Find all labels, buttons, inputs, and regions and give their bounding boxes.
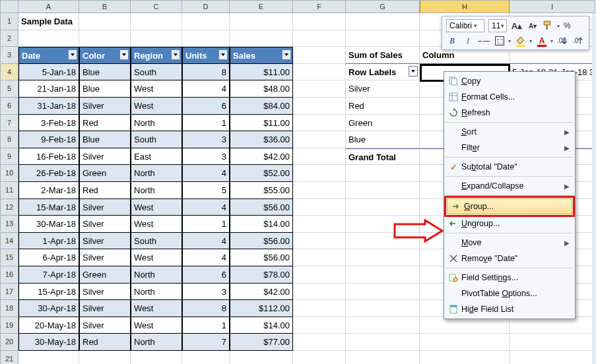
cell[interactable] [293,165,346,182]
table-cell[interactable]: $77.00 [230,334,293,351]
cell[interactable] [420,334,510,351]
table-cell[interactable]: West [131,80,182,98]
font-color-icon[interactable]: A [536,35,548,47]
pivot-row-labels[interactable]: Row Labels [346,64,420,81]
table-cell[interactable]: 4 [182,165,230,182]
cell[interactable] [293,216,346,233]
menu-hide-field-list[interactable]: Hide Field List [444,301,575,317]
table-cell[interactable]: 21-Jan-18 [18,80,79,98]
filter-dropdown-icon[interactable] [282,49,291,60]
table-cell[interactable]: 1 [182,115,230,132]
cell[interactable] [293,131,346,148]
table-cell[interactable]: West [131,300,182,317]
cell[interactable] [230,351,293,364]
cell[interactable] [18,351,79,364]
cell[interactable] [230,30,293,47]
cell[interactable] [79,351,131,364]
table-cell[interactable]: East [131,148,182,166]
table-cell[interactable]: 30-Apr-18 [18,300,79,317]
row-header[interactable]: 20 [0,334,18,351]
column-header[interactable]: B [79,0,131,13]
table-cell[interactable]: $55.00 [230,182,293,199]
table-cell[interactable]: Silver [79,216,131,233]
table-cell[interactable]: North [131,115,182,132]
table-header[interactable]: Color [79,47,131,64]
cell[interactable] [182,30,230,47]
cell[interactable] [131,351,182,364]
table-header[interactable]: Units [182,47,230,64]
italic-icon[interactable]: I [462,35,474,47]
table-cell[interactable]: Blue [79,131,131,148]
cell[interactable] [510,334,595,351]
table-cell[interactable]: 3-Feb-18 [18,115,79,132]
table-cell[interactable]: 2-Mar-18 [18,182,79,199]
table-header[interactable]: Date [18,47,79,64]
mini-font-size[interactable]: 11 ▾ [488,19,507,32]
table-cell[interactable]: Silver [79,317,131,334]
menu-field-settings[interactable]: Field Settings... [444,270,575,286]
decrease-decimal-icon[interactable]: .00 [557,35,569,47]
table-cell[interactable]: 5-Jan-18 [18,64,79,81]
row-header[interactable]: 4 [0,64,18,81]
cell[interactable] [346,165,420,182]
cell[interactable] [182,351,230,364]
table-cell[interactable]: Silver [79,249,131,266]
borders-icon[interactable] [494,35,506,47]
menu-copy[interactable]: Copy [444,73,575,89]
cell[interactable] [182,13,230,30]
table-cell[interactable]: North [131,284,182,301]
table-cell[interactable]: $84.00 [230,98,293,115]
table-cell[interactable]: 30-Mar-18 [18,216,79,233]
table-cell[interactable]: West [131,199,182,216]
row-header[interactable]: 15 [0,249,18,266]
cell[interactable] [18,30,79,47]
cell[interactable] [293,266,346,284]
table-cell[interactable]: $78.00 [230,266,293,284]
table-cell[interactable]: 1 [182,216,230,233]
cell[interactable] [420,351,510,364]
table-cell[interactable]: 7 [182,334,230,351]
menu-move[interactable]: Move ▶ [444,235,575,251]
cell[interactable] [346,300,420,317]
menu-filter[interactable]: Filter ▶ [444,140,575,156]
cell[interactable] [79,30,131,47]
cell[interactable] [346,317,420,334]
cell[interactable] [293,98,346,115]
row-header[interactable]: 16 [0,266,18,284]
table-cell[interactable]: Silver [79,233,131,250]
table-cell[interactable]: $11.00 [230,64,293,81]
menu-subtotal-date[interactable]: ✓ Subtotal "Date" [444,159,575,175]
row-header[interactable]: 2 [0,30,18,47]
cell[interactable] [293,80,346,98]
table-cell[interactable]: West [131,216,182,233]
cell[interactable] [293,284,346,301]
table-cell[interactable]: Silver [79,284,131,301]
table-cell[interactable]: 1-Apr-18 [18,233,79,250]
table-cell[interactable]: $14.00 [230,216,293,233]
menu-refresh[interactable]: Refresh [444,105,575,121]
cell[interactable] [346,284,420,301]
table-cell[interactable]: 4 [182,249,230,266]
pivot-row-item[interactable]: Green [346,115,420,132]
row-header[interactable]: 6 [0,98,18,115]
table-cell[interactable]: $112.00 [230,300,293,317]
table-cell[interactable]: West [131,98,182,115]
row-header[interactable]: 9 [0,148,18,166]
table-cell[interactable]: South [131,131,182,148]
cell[interactable] [293,334,346,351]
cell[interactable] [346,266,420,284]
filter-dropdown-icon[interactable] [218,49,228,60]
table-cell[interactable]: 8 [182,64,230,81]
table-cell[interactable]: Silver [79,98,131,115]
cell[interactable] [293,199,346,216]
cell[interactable] [346,351,420,364]
title-cell[interactable]: Sample Data [18,13,79,30]
cell[interactable] [346,182,420,199]
table-cell[interactable]: North [131,165,182,182]
column-header[interactable]: H [420,0,510,13]
table-cell[interactable]: $42.00 [230,284,293,301]
table-cell[interactable]: $14.00 [230,317,293,334]
row-header[interactable]: 21 [0,351,18,364]
table-cell[interactable]: 6 [182,266,230,284]
row-header[interactable]: 12 [0,199,18,216]
